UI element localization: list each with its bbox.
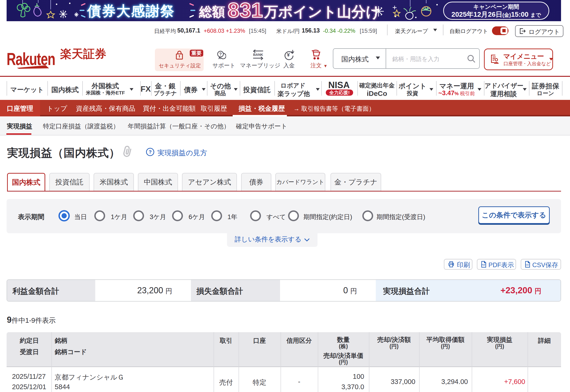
- svg-text:PDF: PDF: [482, 264, 485, 266]
- svg-text:BANK: BANK: [253, 53, 263, 56]
- svg-text:?: ?: [219, 52, 222, 56]
- svg-text:?: ?: [149, 149, 152, 154]
- svg-text:CSV: CSV: [526, 264, 529, 266]
- svg-text:¥: ¥: [287, 52, 290, 58]
